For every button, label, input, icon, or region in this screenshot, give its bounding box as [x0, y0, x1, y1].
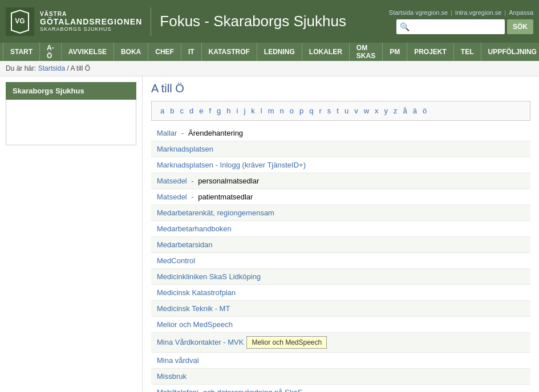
- nav-katastrof[interactable]: KATASTROF: [202, 43, 257, 61]
- list-item-link[interactable]: Medarbetarhandboken: [157, 224, 232, 233]
- alpha-link-x[interactable]: x: [373, 106, 380, 116]
- alpha-link-u[interactable]: u: [343, 106, 350, 116]
- list-item-link[interactable]: Medarbetarenkät, regiongemensam: [157, 209, 274, 217]
- alpha-link-ä[interactable]: ä: [411, 106, 419, 116]
- list-item-link[interactable]: Matsedel: [157, 193, 187, 201]
- alpha-link-v[interactable]: v: [352, 106, 360, 116]
- alpha-link-r[interactable]: r: [317, 106, 323, 116]
- alpha-link-c[interactable]: c: [178, 106, 185, 116]
- nav-tel[interactable]: TEL: [454, 43, 481, 61]
- list-item-separator: -: [189, 177, 196, 185]
- list-item: Medarbetarsidan: [151, 237, 530, 253]
- alpha-link-d[interactable]: d: [188, 106, 195, 116]
- alpha-link-a[interactable]: a: [159, 106, 166, 116]
- alpha-link-t[interactable]: t: [335, 106, 341, 116]
- logo-text: VÄSTRA GÖTALANDSREGIONEN SKARABORGS SJUK…: [40, 11, 142, 32]
- nav-om-skas[interactable]: OM SKAS: [350, 43, 383, 61]
- list-item: Melior och MedSpeech: [151, 317, 530, 333]
- list-item-link[interactable]: MedControl: [157, 256, 195, 265]
- list-item-link[interactable]: Missbruk: [157, 372, 187, 381]
- logo-area: VG VÄSTRA GÖTALANDSREGIONEN SKARABORGS S…: [6, 7, 151, 36]
- alpha-link-q[interactable]: q: [307, 106, 315, 116]
- nav-uppfoljning[interactable]: UPPFÖLJNING: [481, 43, 539, 61]
- alpha-link-m[interactable]: m: [266, 106, 276, 116]
- alpha-link-j[interactable]: j: [242, 106, 247, 116]
- alpha-link-e[interactable]: e: [197, 106, 205, 116]
- alpha-link-y[interactable]: y: [383, 106, 390, 116]
- alpha-link-o[interactable]: o: [288, 106, 295, 116]
- breadcrumb-current: A till Ö: [70, 64, 90, 72]
- logo-top: VÄSTRA: [40, 11, 142, 17]
- list-item-link[interactable]: Medicinsk Katastrofplan: [157, 288, 236, 297]
- alpha-link-l[interactable]: l: [259, 106, 264, 116]
- logo-main: GÖTALANDSREGIONEN: [40, 17, 142, 26]
- alpha-link-p[interactable]: p: [298, 106, 305, 116]
- list-item: Marknadsplatsen - Inlogg (kräver Tjänste…: [151, 157, 530, 173]
- alpha-link-b[interactable]: b: [168, 106, 176, 116]
- nav-projekt[interactable]: PROJEKT: [407, 43, 454, 61]
- sidebar: Skaraborgs Sjukhus: [0, 76, 143, 392]
- nav-pm[interactable]: PM: [383, 43, 407, 61]
- list-item: MedControl: [151, 253, 530, 269]
- alpha-link-h[interactable]: h: [225, 106, 232, 116]
- nav-lokaler[interactable]: LOKALER: [302, 43, 350, 61]
- breadcrumb-prefix: Du är här:: [6, 64, 36, 72]
- list-item: Medarbetarhandboken: [151, 221, 530, 237]
- search-button[interactable]: SÖK: [507, 19, 533, 34]
- alpha-link-s[interactable]: s: [326, 106, 333, 116]
- list-item-link[interactable]: Melior och MedSpeech: [157, 320, 233, 329]
- list-item-link[interactable]: Mina vårdval: [157, 356, 199, 365]
- nav-start[interactable]: START: [3, 43, 40, 61]
- anpassa-link[interactable]: Anpassa: [509, 9, 533, 16]
- alpha-link-i[interactable]: i: [235, 106, 240, 116]
- startsida-link[interactable]: Startsida vgregion.se: [389, 9, 448, 16]
- list-container: Mallar - ÄrendehanteringMarknadsplatsenM…: [151, 125, 530, 392]
- nav-it[interactable]: IT: [181, 43, 202, 61]
- list-item-link[interactable]: Mallar: [157, 129, 177, 137]
- list-item: Marknadsplatsen: [151, 141, 530, 157]
- alpha-link-z[interactable]: z: [392, 106, 399, 116]
- sidebar-title: Skaraborgs Sjukhus: [6, 82, 136, 100]
- search-bar: 🔍 SÖK: [396, 19, 533, 34]
- main-layout: Skaraborgs Sjukhus A till Ö abcdefghijkl…: [0, 76, 539, 392]
- alpha-link-å[interactable]: å: [402, 106, 409, 116]
- list-item: Medicinsk Teknik - MT: [151, 301, 530, 317]
- alpha-link-f[interactable]: f: [207, 106, 213, 116]
- list-item: Medicinsk Katastrofplan: [151, 285, 530, 301]
- alphabet-bar: abcdefghijklmnopqrstuvwxyzåäö: [151, 101, 530, 121]
- list-item: Mobiltelefoni- och datoranvändning på Sk…: [151, 385, 530, 392]
- list-item-link[interactable]: Medarbetarsidan: [157, 240, 213, 249]
- alpha-link-n[interactable]: n: [278, 106, 286, 116]
- list-item-link[interactable]: Marknadsplatsen: [157, 145, 213, 153]
- list-item-link[interactable]: Mina Vårdkontakter - MVK: [157, 338, 244, 346]
- list-item-text: personalmatsedlar: [198, 177, 259, 185]
- list-item: Matsedel - personalmatsedlar: [151, 173, 530, 189]
- breadcrumb: Du är här: Startsida / A till Ö: [0, 61, 539, 76]
- list-item-link[interactable]: Marknadsplatsen - Inlogg (kräver Tjänste…: [157, 161, 306, 169]
- search-input[interactable]: [396, 19, 505, 34]
- intra-link[interactable]: intra.vgregion.se: [455, 9, 501, 16]
- list-item-text: patientmatsedlar: [198, 193, 253, 201]
- nav-bar: START A-Ö AVVIKELSE BOKA CHEF IT KATASTR…: [0, 43, 539, 61]
- list-item-link[interactable]: Matsedel: [157, 177, 187, 185]
- svg-text:VG: VG: [15, 17, 25, 25]
- alpha-link-k[interactable]: k: [249, 106, 257, 116]
- alpha-link-ö[interactable]: ö: [421, 106, 428, 116]
- logo-sub: SKARABORGS SJUKHUS: [40, 26, 142, 32]
- nav-chef[interactable]: CHEF: [148, 43, 181, 61]
- nav-boka[interactable]: BOKA: [114, 43, 148, 61]
- breadcrumb-home[interactable]: Startsida: [38, 64, 65, 72]
- list-item: Matsedel - patientmatsedlar: [151, 189, 530, 205]
- content-area: A till Ö abcdefghijklmnopqrstuvwxyzåäö M…: [143, 76, 539, 392]
- alpha-link-w[interactable]: w: [362, 106, 371, 116]
- list-item: Medarbetarenkät, regiongemensam: [151, 205, 530, 221]
- list-item-link[interactable]: Mobiltelefoni- och datoranvändning på Sk…: [157, 388, 302, 392]
- alpha-link-g[interactable]: g: [215, 106, 222, 116]
- nav-a-o[interactable]: A-Ö: [40, 43, 62, 61]
- nav-avvikelse[interactable]: AVVIKELSE: [62, 43, 114, 61]
- nav-ledning[interactable]: LEDNING: [257, 43, 302, 61]
- list-item-separator: -: [189, 193, 196, 201]
- header: VG VÄSTRA GÖTALANDSREGIONEN SKARABORGS S…: [0, 0, 539, 43]
- list-item-link[interactable]: Medicinsk Teknik - MT: [157, 304, 230, 313]
- list-item-link[interactable]: Medicinkliniken SkaS Lidköping: [157, 272, 261, 281]
